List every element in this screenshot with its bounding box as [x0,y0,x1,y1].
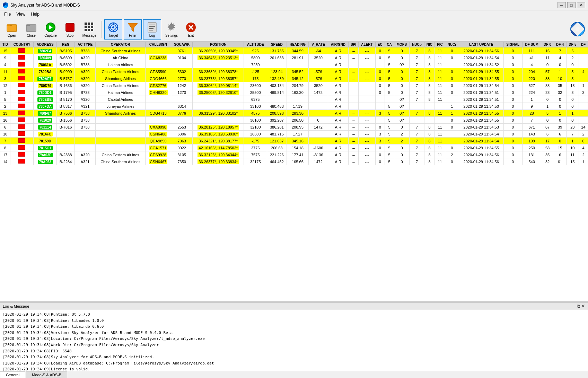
minimize-button[interactable]: ─ [558,2,566,8]
col-v-rate[interactable]: V_RATE [309,42,328,47]
col-ec[interactable]: EC [376,42,385,47]
table-row[interactable]: 9780409B-6609A320Air ChinaCCA8238010436.… [0,54,588,61]
table-cell: 464.462 [267,158,287,165]
menu-view[interactable]: View [14,11,28,17]
log-content[interactable]: [2020-01-29 19:34:08]Runtime: Qt 5.7.0[2… [0,310,588,371]
col-squawk[interactable]: SQUAWK [171,42,193,47]
col-spi[interactable]: SPI [348,42,358,47]
table-cell: --- [359,117,376,124]
table-row[interactable]: 157802F4B-5195B738China Southern Airline… [0,47,588,54]
exit-label: Exit [188,34,194,37]
table-row[interactable]: 3780AE7B-5757A320Shandong AirlinesCDG466… [0,75,588,82]
table-cell: B-6609 [57,54,74,61]
message-icon [84,22,95,33]
table-row[interactable]: 87815C1CCA1571002242.16166°, 114.78503°3… [0,144,588,151]
table-cell: 0 [554,138,566,144]
col-pic[interactable]: PIC [435,42,445,47]
col-ca[interactable]: CA [385,42,394,47]
col-position[interactable]: POSITION [193,42,244,47]
col-air-gnd[interactable]: AIR/GND [328,42,348,47]
table-cell: 4 [579,144,588,151]
maximize-button[interactable]: □ [567,2,576,8]
table-cell: 0 [394,151,410,158]
col-last-update[interactable]: LAST UPDATE [459,42,503,47]
close-folder-icon [26,22,37,33]
table-cell: 28 [522,110,541,117]
table-cell: --- [359,75,376,82]
col-callsign[interactable]: CALLSIGN [145,42,171,47]
col-reg[interactable]: REG [57,42,74,47]
col-ac-type[interactable]: AC TYPE [74,42,96,47]
log-button[interactable]: Log [143,19,161,39]
table-cell: 78159D [34,138,57,144]
col-heading[interactable]: HEADING [287,42,309,47]
table-row[interactable]: 13780F67B-7566B738Shandong AirlinesCDG47… [0,110,588,117]
table-cell [445,96,459,103]
table-cell: 39 [554,124,566,131]
col-nucp[interactable]: NUCp [410,42,424,47]
table-row[interactable]: 5780EBEB-8170A320Capital Airlines6375AIR… [0,96,588,103]
table-cell: 527 [522,82,541,89]
log-tab-mode-s-&-ads-b[interactable]: Mode-S & ADS-B [26,371,67,378]
col-nic[interactable]: NIC [424,42,435,47]
table-cell: CXA8098 [145,124,171,131]
menu-file[interactable]: File [1,11,14,17]
col-address[interactable]: ADDRESS [34,42,57,47]
close-button-toolbar[interactable]: Close [22,19,40,39]
log-tab-general[interactable]: General [0,371,25,378]
table-row[interactable]: 1779A03FB-2338A320China Eastern Airlines… [0,151,588,158]
col-speed[interactable]: SPEED [267,42,287,47]
stop-button[interactable]: Stop [61,19,79,39]
log-detach-button[interactable]: ⧉ [577,304,580,309]
table-row[interactable]: 1479A053B-2284A321China Southern Airline… [0,158,588,165]
table-cell: 5 [385,103,394,110]
col-altitude[interactable]: ALTITUDE [244,42,267,47]
table-cell [10,61,34,68]
col-df0[interactable]: DF-0 [541,42,554,47]
table-row[interactable]: 12780D79B-1636A320China Eastern Airlines… [0,82,588,89]
table-cell: 0 [503,75,522,82]
exit-button[interactable]: Exit [182,19,200,39]
target-button[interactable]: Target [104,19,122,39]
table-cell: 0 [445,124,459,131]
capture-button[interactable]: Capture [42,19,60,39]
table-row[interactable]: 778159DQDA9850706336.24321°, 120.38177°-… [0,138,588,144]
settings-button[interactable]: Settings [163,19,181,39]
col-mops[interactable]: MOPS [394,42,410,47]
col-df4[interactable]: DF-4 [554,42,566,47]
col-df5[interactable]: DF-5 [566,42,579,47]
col-country[interactable]: COUNTRY [10,42,34,47]
close-button[interactable]: ✕ [577,2,585,8]
table-cell: B-8170 [57,96,74,103]
col-alert[interactable]: ALERT [359,42,376,47]
aircraft-table-container[interactable]: TID COUNTRY ADDRESS REG AC TYPE OPERATOR… [0,42,588,302]
col-operator[interactable]: OPERATOR [96,42,146,47]
table-row[interactable]: 478061AB-5502B738Hainan Airlines7250AIR5… [0,61,588,68]
table-cell: 11 [435,124,445,131]
table-row[interactable]: 1780DD1B-1795B738Hainan AirlinesCHH63201… [0,89,588,96]
table-cell: 0 [376,89,385,96]
table-row[interactable]: 2780FDAB-8317A321Juneyao Airlines6314331… [0,103,588,110]
table-cell: A320 [74,54,96,61]
menu-help[interactable]: Help [28,11,42,17]
table-cell: 7 [410,131,424,138]
message-button[interactable]: Message [80,19,98,39]
col-df-rest[interactable]: DF [579,42,588,47]
table-cell [359,61,376,68]
table-row[interactable]: 16781029B-1556B73836100392.207206.500AIR… [0,117,588,124]
col-tid[interactable]: TID [0,42,10,47]
table-cell: 36.32126°, 120.34344° [193,151,244,158]
open-button[interactable]: Open [3,19,21,39]
col-nucr[interactable]: NUCr [445,42,459,47]
col-df-sum[interactable]: DF SUM [522,42,541,47]
table-cell [10,96,34,103]
table-cell [171,96,193,103]
table-cell: 6 [0,124,10,131]
table-cell: 7 [410,82,424,89]
filter-button[interactable]: Filter [124,19,142,39]
table-row[interactable]: 107814FCCSN6408630636.39105°, 120.53930°… [0,131,588,138]
table-row[interactable]: 117809BAB-9900A320China Eastern Airlines… [0,68,588,75]
col-signal[interactable]: SIGNAL [503,42,522,47]
log-close-button[interactable]: ✕ [581,304,585,309]
table-row[interactable]: 6781114B-7816B738CXA8098255336.28125°, 1… [0,124,588,131]
